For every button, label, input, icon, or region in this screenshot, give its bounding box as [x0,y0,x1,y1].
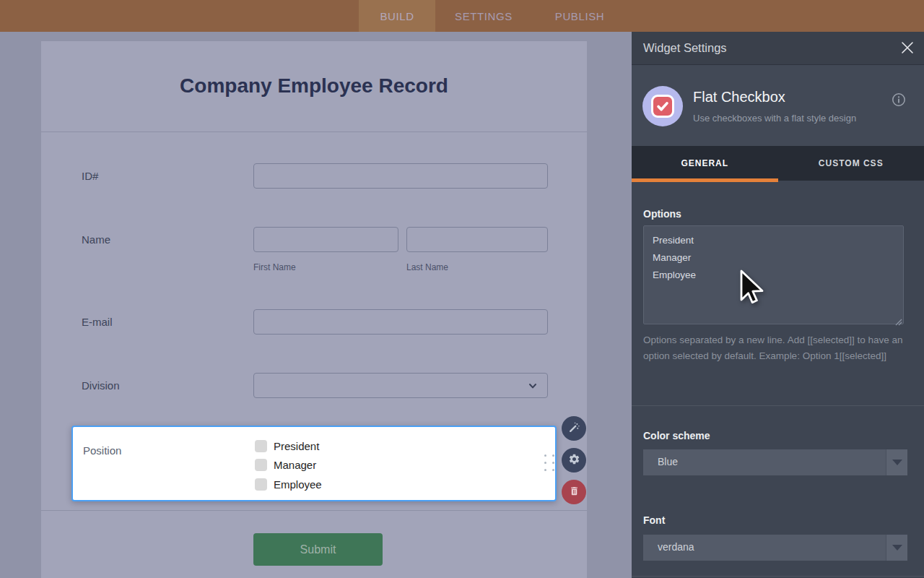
tab-publish[interactable]: PUBLISH [536,0,623,32]
checkbox-option[interactable]: Manager [255,455,316,474]
magic-wand-button[interactable] [562,416,586,441]
submit-button[interactable]: Submit [253,533,383,566]
last-name-input[interactable] [406,227,548,252]
checkbox-option[interactable]: President [255,436,319,455]
field-label-name: Name [82,233,110,246]
field-label-division: Division [82,379,120,392]
close-icon [901,41,914,56]
font-label: Font [643,514,665,526]
trash-icon [569,486,580,499]
font-select[interactable]: verdana [643,535,907,561]
gear-icon [568,453,580,468]
last-name-sublabel: Last Name [406,262,448,272]
dropdown-arrow-icon [886,535,907,561]
form-divider [41,131,587,132]
font-value: verdana [658,541,694,553]
delete-field-button[interactable] [562,480,586,504]
field-label-id: ID# [82,170,98,182]
drag-handle[interactable] [544,454,554,473]
checkbox-label: President [274,440,319,452]
resize-handle-icon[interactable] [895,316,902,323]
close-button[interactable] [899,40,916,57]
topbar: BUILD SETTINGS PUBLISH [0,0,924,32]
tab-custom-css[interactable]: CUSTOM CSS [778,146,924,181]
app-root: BUILD SETTINGS PUBLISH Company Employee … [0,0,924,578]
flat-checkbox-widget-icon [651,95,674,118]
position-field[interactable]: Position President Manager Employee [71,426,557,501]
checkbox[interactable] [255,478,267,491]
widget-name: Flat Checkbox [693,89,785,105]
tab-custom-css-label: CUSTOM CSS [819,158,884,168]
panel-tab-bar: GENERAL CUSTOM CSS [632,146,924,181]
widget-settings-panel: Widget Settings Flat Checkbox Use checkb… [632,32,924,578]
section-divider [632,405,924,406]
section-divider [632,576,924,577]
checkbox-label: Manager [274,459,316,471]
magic-wand-icon [568,421,580,436]
options-label: Options [643,208,681,220]
division-select[interactable] [253,373,548,398]
checkbox[interactable] [255,440,267,452]
form-title: Company Employee Record [41,74,587,98]
color-scheme-value: Blue [658,456,678,467]
checkbox[interactable] [255,459,267,471]
widget-info-section: Flat Checkbox Use checkboxes with a flat… [632,65,924,146]
widget-avatar [642,86,683,126]
field-settings-button[interactable] [562,448,586,473]
id-input[interactable] [253,163,548,189]
color-scheme-label: Color scheme [643,430,710,441]
field-label-position: Position [83,444,121,457]
options-textarea[interactable]: President Manager Employee [643,225,904,324]
email-input[interactable] [253,309,548,335]
info-icon[interactable] [892,92,906,107]
field-label-email: E-mail [82,316,113,328]
options-help-text: Options separated by a new line. Add [[s… [643,332,909,364]
first-name-sublabel: First Name [253,262,296,272]
active-tab-underline [632,178,778,182]
dropdown-arrow-icon [886,449,907,475]
checkbox-option[interactable]: Employee [255,475,322,493]
tab-build[interactable]: BUILD [359,0,435,32]
chevron-down-icon [528,381,537,390]
tab-general-label: GENERAL [681,158,728,168]
form-divider [41,510,587,511]
tab-general[interactable]: GENERAL [632,146,778,181]
first-name-input[interactable] [253,227,398,252]
widget-description: Use checkboxes with a flat style design [693,113,856,124]
form-card: Company Employee Record ID# Name First N… [41,41,587,578]
color-scheme-select[interactable]: Blue [643,449,907,475]
checkbox-label: Employee [274,478,322,491]
tab-settings[interactable]: SETTINGS [440,0,527,32]
panel-header: Widget Settings [632,32,924,65]
panel-title: Widget Settings [643,41,727,55]
